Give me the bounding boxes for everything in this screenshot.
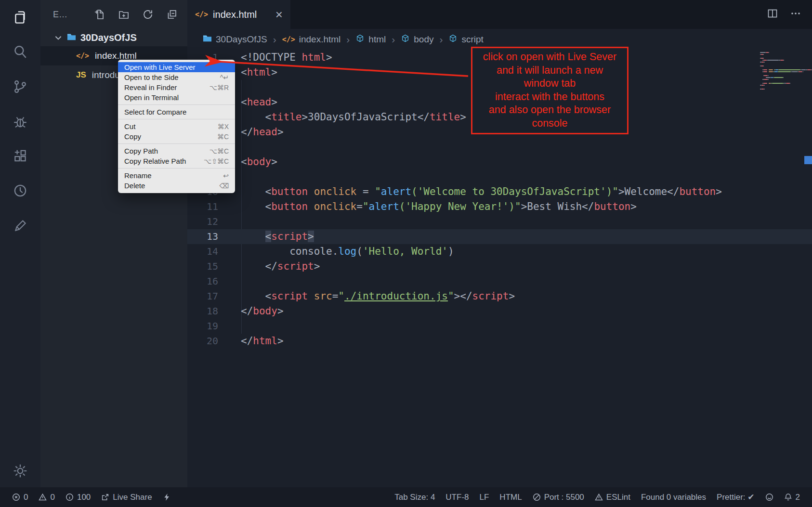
breadcrumb-item-html[interactable]: html [355, 34, 386, 45]
warning-icon [39, 493, 47, 501]
status-item-html[interactable]: HTML [494, 493, 527, 502]
status-bar: 00100Live Share Tab Size: 4UTF-8LFHTMLPo… [0, 487, 812, 507]
line-number: 14 [187, 244, 218, 259]
folder-icon [203, 34, 212, 45]
code-line[interactable]: 18</body> [187, 304, 812, 319]
status-item-label: 2 [796, 493, 800, 502]
code-line[interactable]: 12 [187, 214, 812, 229]
collapse-all-icon[interactable] [166, 9, 178, 20]
status-item-utf-8[interactable]: UTF-8 [440, 493, 474, 502]
pen-icon[interactable] [12, 217, 29, 234]
code-line[interactable]: 16 [187, 274, 812, 289]
status-item-0[interactable]: 0 [33, 493, 60, 502]
code-line[interactable]: 8<body> [187, 155, 812, 169]
info-icon [65, 493, 74, 501]
minimap[interactable] [760, 52, 804, 91]
new-file-icon[interactable] [94, 9, 105, 20]
code-line[interactable]: 19 [187, 319, 812, 334]
scrollbar-marker[interactable] [804, 156, 812, 164]
code-line[interactable]: 11 <button onclick="alert('Happy New Yea… [187, 199, 812, 214]
port-icon [533, 493, 541, 501]
menu-item-rename[interactable]: Rename↩ [118, 170, 235, 181]
menu-item-copy[interactable]: Copy⌘C [118, 131, 235, 142]
status-item-eslint[interactable]: ESLint [589, 493, 636, 502]
search-icon[interactable] [12, 43, 29, 61]
breadcrumb-label: index.html [299, 34, 341, 45]
line-number: 13 [187, 229, 218, 244]
breadcrumb-item-script[interactable]: script [448, 34, 483, 45]
status-item[interactable] [760, 493, 779, 501]
menu-item-open-to-the-side[interactable]: Open to the Side^↵ [118, 72, 235, 82]
breadcrumb-label: 30DaysOfJS [216, 34, 267, 45]
more-actions-icon[interactable] [790, 8, 801, 21]
annotation-line: interact with the buttons [472, 91, 627, 104]
breadcrumb-item-index.html[interactable]: </>index.html [282, 34, 341, 45]
status-item-lf[interactable]: LF [474, 493, 495, 502]
extensions-icon[interactable] [12, 147, 29, 165]
minimap-line [760, 89, 804, 91]
status-item-prettier-[interactable]: Prettier: ✔ [711, 492, 760, 502]
menu-item-label: Select for Compare [124, 108, 186, 116]
annotation-box: click on open with Live Severand it will… [471, 47, 629, 134]
code-text [218, 274, 241, 289]
explorer-title: E… [53, 10, 67, 20]
status-item-100[interactable]: 100 [60, 493, 96, 502]
status-item-live-share[interactable]: Live Share [96, 493, 157, 502]
annotation-line: window tab [472, 77, 627, 91]
status-item-tab-size-4[interactable]: Tab Size: 4 [389, 493, 440, 502]
menu-item-copy-path[interactable]: Copy Path⌥⌘C [118, 146, 235, 156]
menu-item-open-in-terminal[interactable]: Open in Terminal [118, 92, 235, 103]
menu-item-cut[interactable]: Cut⌘X [118, 121, 235, 131]
code-line[interactable]: 15 </script> [187, 259, 812, 274]
menu-item-open-with-live-server[interactable]: Open with Live Server [118, 62, 235, 72]
menu-item-label: Open with Live Server [124, 63, 196, 71]
menu-item-label: Reveal in Finder [124, 83, 177, 91]
line-number: 15 [187, 259, 218, 274]
source-control-icon[interactable] [12, 78, 29, 95]
breadcrumb-separator: › [346, 34, 350, 45]
vscode-window: E… 30DaysOfJS</>index.htmlJSintroduction… [0, 0, 812, 507]
smiley-icon [765, 493, 773, 501]
menu-item-label: Delete [124, 182, 145, 190]
code-line[interactable]: 10 <button onclick = "alert('Welcome to … [187, 184, 812, 199]
tree-root-folder[interactable]: 30DaysOfJS [40, 29, 187, 46]
split-editor-icon[interactable] [767, 8, 778, 21]
menu-item-shortcut: ⌥⌘R [210, 84, 229, 91]
status-item[interactable] [157, 493, 176, 501]
explorer-icon[interactable] [12, 9, 29, 26]
code-line[interactable]: 9 [187, 169, 812, 184]
refresh-icon[interactable] [142, 9, 154, 20]
status-item-2[interactable]: 2 [779, 493, 805, 502]
code-line[interactable]: 20</html> [187, 334, 812, 349]
breadcrumb-separator: › [392, 34, 395, 45]
menu-item-label: Copy [124, 132, 141, 141]
tab-index-html[interactable]: </> index.html × [187, 0, 290, 29]
status-item-0[interactable]: 0 [7, 493, 33, 502]
code-text [218, 214, 241, 229]
menu-item-select-for-compare[interactable]: Select for Compare [118, 107, 235, 117]
menu-item-reveal-in-finder[interactable]: Reveal in Finder⌥⌘R [118, 82, 235, 92]
menu-item-delete[interactable]: Delete⌫ [118, 181, 235, 191]
debug-icon[interactable] [12, 113, 29, 130]
lightning-icon [163, 493, 171, 501]
breadcrumb-item-body[interactable]: body [401, 34, 433, 45]
code-line[interactable]: 17 <script src="./introduction.js"></scr… [187, 289, 812, 304]
new-folder-icon[interactable] [118, 9, 130, 20]
code-line[interactable]: 7 [187, 140, 812, 155]
line-number: 17 [187, 289, 218, 304]
clock-circle-icon[interactable] [12, 182, 29, 199]
menu-item-copy-relative-path[interactable]: Copy Relative Path⌥⇧⌘C [118, 156, 235, 166]
status-item-found-0-variables[interactable]: Found 0 variables [636, 493, 711, 502]
line-number: 12 [187, 214, 218, 229]
symbol-cube-icon [448, 34, 458, 45]
code-line[interactable]: 14 console.log('Hello, World') [187, 244, 812, 259]
annotation-line: console [472, 117, 627, 130]
breadcrumb-item-30DaysOfJS[interactable]: 30DaysOfJS [203, 34, 267, 45]
code-line[interactable]: 13 <script> [187, 229, 812, 244]
code-text: </script> [218, 259, 320, 274]
status-item-port-5500[interactable]: Port : 5500 [527, 493, 589, 502]
settings-gear-icon[interactable] [12, 462, 29, 480]
menu-item-shortcut: ⌘C [217, 133, 229, 141]
line-number: 20 [187, 334, 218, 349]
close-icon[interactable]: × [275, 8, 283, 21]
